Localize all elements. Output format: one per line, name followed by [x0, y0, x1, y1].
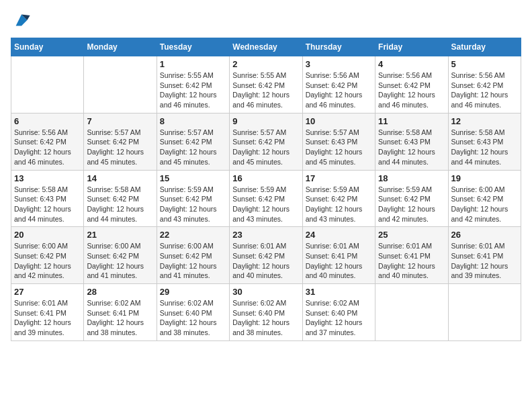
- calendar-cell: [11, 56, 84, 113]
- day-number: 27: [14, 287, 81, 297]
- day-number: 23: [232, 230, 299, 240]
- day-number: 8: [160, 116, 226, 126]
- calendar-cell: 27Sunrise: 6:01 AM Sunset: 6:41 PM Dayli…: [11, 284, 84, 341]
- day-number: 21: [87, 230, 153, 240]
- calendar-cell: 22Sunrise: 6:00 AM Sunset: 6:42 PM Dayli…: [157, 227, 229, 284]
- day-info: Sunrise: 6:01 AM Sunset: 6:41 PM Dayligh…: [306, 241, 372, 281]
- day-number: 24: [306, 230, 372, 240]
- calendar-week-5: 27Sunrise: 6:01 AM Sunset: 6:41 PM Dayli…: [11, 284, 521, 341]
- calendar-cell: 20Sunrise: 6:00 AM Sunset: 6:42 PM Dayli…: [11, 227, 84, 284]
- weekday-header-saturday: Saturday: [448, 38, 521, 56]
- calendar-cell: 17Sunrise: 5:59 AM Sunset: 6:42 PM Dayli…: [302, 170, 375, 227]
- day-info: Sunrise: 5:57 AM Sunset: 6:42 PM Dayligh…: [232, 128, 299, 167]
- weekday-header-row: SundayMondayTuesdayWednesdayThursdayFrid…: [11, 38, 521, 56]
- day-info: Sunrise: 6:00 AM Sunset: 6:42 PM Dayligh…: [14, 241, 81, 281]
- calendar-cell: 16Sunrise: 5:59 AM Sunset: 6:42 PM Dayli…: [230, 170, 302, 227]
- day-info: Sunrise: 6:00 AM Sunset: 6:42 PM Dayligh…: [160, 241, 226, 281]
- day-info: Sunrise: 6:01 AM Sunset: 6:41 PM Dayligh…: [451, 241, 518, 281]
- calendar-cell: [84, 56, 157, 113]
- calendar-cell: 15Sunrise: 5:59 AM Sunset: 6:42 PM Dayli…: [157, 170, 229, 227]
- day-number: 28: [87, 287, 153, 297]
- day-number: 18: [378, 173, 445, 183]
- calendar-cell: 28Sunrise: 6:02 AM Sunset: 6:41 PM Dayli…: [84, 284, 157, 341]
- day-info: Sunrise: 5:57 AM Sunset: 6:42 PM Dayligh…: [160, 128, 226, 167]
- calendar-cell: 13Sunrise: 5:58 AM Sunset: 6:43 PM Dayli…: [11, 170, 84, 227]
- day-info: Sunrise: 6:02 AM Sunset: 6:41 PM Dayligh…: [87, 298, 153, 338]
- calendar-cell: 6Sunrise: 5:56 AM Sunset: 6:42 PM Daylig…: [11, 113, 84, 170]
- weekday-header-friday: Friday: [375, 38, 448, 56]
- day-info: Sunrise: 5:55 AM Sunset: 6:42 PM Dayligh…: [160, 71, 226, 110]
- calendar-cell: 8Sunrise: 5:57 AM Sunset: 6:42 PM Daylig…: [157, 113, 229, 170]
- calendar-cell: 19Sunrise: 6:00 AM Sunset: 6:42 PM Dayli…: [448, 170, 521, 227]
- day-info: Sunrise: 5:56 AM Sunset: 6:42 PM Dayligh…: [378, 71, 445, 110]
- day-number: 1: [160, 59, 226, 69]
- day-info: Sunrise: 5:56 AM Sunset: 6:42 PM Dayligh…: [451, 71, 518, 110]
- day-number: 10: [306, 116, 372, 126]
- day-info: Sunrise: 6:02 AM Sunset: 6:40 PM Dayligh…: [232, 298, 299, 338]
- day-number: 14: [87, 173, 153, 183]
- day-number: 26: [451, 230, 518, 240]
- day-info: Sunrise: 5:59 AM Sunset: 6:42 PM Dayligh…: [378, 185, 445, 224]
- day-number: 11: [378, 116, 445, 126]
- day-number: 25: [378, 230, 445, 240]
- day-info: Sunrise: 5:59 AM Sunset: 6:42 PM Dayligh…: [232, 185, 299, 224]
- calendar-week-3: 13Sunrise: 5:58 AM Sunset: 6:43 PM Dayli…: [11, 170, 521, 227]
- calendar-cell: 5Sunrise: 5:56 AM Sunset: 6:42 PM Daylig…: [448, 56, 521, 113]
- calendar-header: SundayMondayTuesdayWednesdayThursdayFrid…: [11, 38, 521, 56]
- day-info: Sunrise: 5:56 AM Sunset: 6:42 PM Dayligh…: [14, 128, 81, 167]
- calendar-cell: 30Sunrise: 6:02 AM Sunset: 6:40 PM Dayli…: [230, 284, 302, 341]
- day-number: 7: [87, 116, 153, 126]
- calendar-cell: 25Sunrise: 6:01 AM Sunset: 6:41 PM Dayli…: [375, 227, 448, 284]
- day-info: Sunrise: 5:58 AM Sunset: 6:42 PM Dayligh…: [87, 185, 153, 224]
- calendar-cell: 2Sunrise: 5:55 AM Sunset: 6:42 PM Daylig…: [230, 56, 302, 113]
- day-number: 22: [160, 230, 226, 240]
- weekday-header-monday: Monday: [84, 38, 157, 56]
- day-number: 20: [14, 230, 81, 240]
- calendar-cell: 9Sunrise: 5:57 AM Sunset: 6:42 PM Daylig…: [230, 113, 302, 170]
- day-number: 29: [160, 287, 226, 297]
- day-info: Sunrise: 6:02 AM Sunset: 6:40 PM Dayligh…: [160, 298, 226, 338]
- day-info: Sunrise: 5:59 AM Sunset: 6:42 PM Dayligh…: [160, 185, 226, 224]
- calendar-cell: 31Sunrise: 6:02 AM Sunset: 6:40 PM Dayli…: [302, 284, 375, 341]
- day-info: Sunrise: 6:01 AM Sunset: 6:42 PM Dayligh…: [232, 241, 299, 281]
- calendar-table: SundayMondayTuesdayWednesdayThursdayFrid…: [11, 38, 521, 341]
- calendar-cell: 11Sunrise: 5:58 AM Sunset: 6:43 PM Dayli…: [375, 113, 448, 170]
- calendar-cell: 3Sunrise: 5:56 AM Sunset: 6:42 PM Daylig…: [302, 56, 375, 113]
- day-number: 16: [232, 173, 299, 183]
- weekday-header-sunday: Sunday: [11, 38, 84, 56]
- calendar-cell: 7Sunrise: 5:57 AM Sunset: 6:42 PM Daylig…: [84, 113, 157, 170]
- day-number: 6: [14, 116, 81, 126]
- day-info: Sunrise: 5:57 AM Sunset: 6:43 PM Dayligh…: [306, 128, 372, 167]
- weekday-header-thursday: Thursday: [302, 38, 375, 56]
- day-number: 9: [232, 116, 299, 126]
- calendar-cell: 12Sunrise: 5:58 AM Sunset: 6:43 PM Dayli…: [448, 113, 521, 170]
- day-number: 4: [378, 59, 445, 69]
- calendar-body: 1Sunrise: 5:55 AM Sunset: 6:42 PM Daylig…: [11, 56, 521, 341]
- day-info: Sunrise: 5:58 AM Sunset: 6:43 PM Dayligh…: [14, 185, 81, 224]
- calendar-cell: 26Sunrise: 6:01 AM Sunset: 6:41 PM Dayli…: [448, 227, 521, 284]
- weekday-header-tuesday: Tuesday: [157, 38, 229, 56]
- calendar-cell: 1Sunrise: 5:55 AM Sunset: 6:42 PM Daylig…: [157, 56, 229, 113]
- day-number: 15: [160, 173, 226, 183]
- day-number: 31: [306, 287, 372, 297]
- day-info: Sunrise: 5:58 AM Sunset: 6:43 PM Dayligh…: [378, 128, 445, 167]
- calendar-cell: 21Sunrise: 6:00 AM Sunset: 6:42 PM Dayli…: [84, 227, 157, 284]
- calendar-week-4: 20Sunrise: 6:00 AM Sunset: 6:42 PM Dayli…: [11, 227, 521, 284]
- day-info: Sunrise: 5:55 AM Sunset: 6:42 PM Dayligh…: [232, 71, 299, 110]
- page-header: [11, 11, 521, 30]
- calendar-cell: 29Sunrise: 6:02 AM Sunset: 6:40 PM Dayli…: [157, 284, 229, 341]
- calendar-cell: 14Sunrise: 5:58 AM Sunset: 6:42 PM Dayli…: [84, 170, 157, 227]
- day-number: 19: [451, 173, 518, 183]
- calendar-cell: 4Sunrise: 5:56 AM Sunset: 6:42 PM Daylig…: [375, 56, 448, 113]
- calendar-cell: 23Sunrise: 6:01 AM Sunset: 6:42 PM Dayli…: [230, 227, 302, 284]
- day-info: Sunrise: 6:00 AM Sunset: 6:42 PM Dayligh…: [451, 185, 518, 224]
- day-number: 3: [306, 59, 372, 69]
- day-number: 17: [306, 173, 372, 183]
- calendar-week-1: 1Sunrise: 5:55 AM Sunset: 6:42 PM Daylig…: [11, 56, 521, 113]
- calendar-cell: 24Sunrise: 6:01 AM Sunset: 6:41 PM Dayli…: [302, 227, 375, 284]
- day-info: Sunrise: 6:00 AM Sunset: 6:42 PM Dayligh…: [87, 241, 153, 281]
- weekday-header-wednesday: Wednesday: [230, 38, 302, 56]
- day-number: 12: [451, 116, 518, 126]
- day-info: Sunrise: 5:59 AM Sunset: 6:42 PM Dayligh…: [306, 185, 372, 224]
- day-number: 2: [232, 59, 299, 69]
